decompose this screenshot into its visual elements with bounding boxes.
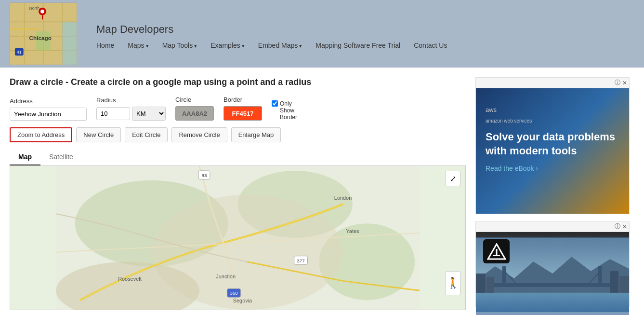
svg-rect-39: [490, 283, 615, 287]
svg-text:360: 360: [230, 290, 238, 296]
map-container: 83 377 360 London Yates Roosevelt Juncti…: [10, 165, 466, 310]
map-tabs: Map Satellite: [10, 149, 466, 165]
ad2-image: [476, 232, 629, 315]
svg-text:Yates: Yates: [346, 228, 359, 234]
site-header: Chicago 41 North Map Developers Home Map…: [0, 0, 644, 68]
svg-rect-44: [476, 274, 486, 293]
only-show-border-text: OnlyShowBorder: [280, 100, 297, 121]
svg-text:Junction: Junction: [216, 274, 236, 279]
ad-close-bar-1: ⓘ ✕: [476, 78, 629, 88]
aws-logo-text: aws: [486, 106, 497, 113]
main-content: Draw a circle - Create a circle on a goo…: [0, 68, 644, 315]
ad-close-icon-2[interactable]: ✕: [622, 223, 627, 230]
aws-tagline: amazon web services: [486, 118, 619, 123]
border-color-label: Border: [223, 96, 262, 103]
nav-examples[interactable]: Examples: [210, 41, 245, 49]
right-panel: ⓘ ✕ aws amazon web services Solve your d…: [475, 77, 634, 310]
aws-logo: aws: [486, 100, 619, 115]
nav-home[interactable]: Home: [96, 41, 114, 49]
tab-map[interactable]: Map: [10, 149, 40, 165]
enlarge-map-button[interactable]: Enlarge Map: [231, 127, 281, 142]
circle-color-box[interactable]: AAA8A2: [175, 106, 214, 121]
radius-label: Radius: [96, 96, 166, 104]
svg-text:377: 377: [297, 258, 305, 263]
ad-box-1: ⓘ ✕ aws amazon web services Solve your d…: [475, 77, 630, 214]
only-show-border-label[interactable]: OnlyShowBorder: [272, 100, 297, 121]
address-input[interactable]: [10, 108, 87, 121]
svg-text:Roosevelt: Roosevelt: [118, 276, 142, 282]
edit-circle-button[interactable]: Edit Circle: [125, 127, 168, 142]
circle-color-label: Circle: [175, 96, 214, 103]
svg-text:41: 41: [17, 50, 22, 55]
zoom-to-address-button[interactable]: Zoom to Address: [10, 127, 72, 142]
aws-headline: Solve your data problems with modern too…: [486, 130, 619, 158]
pegman-icon: 🚶: [447, 277, 460, 289]
svg-point-13: [40, 10, 44, 14]
controls-row: Address Radius KM Miles Circle AAA8A2 B: [10, 96, 466, 121]
chicago-map-thumbnail: Chicago 41 North: [10, 2, 77, 65]
radius-group: KM Miles: [96, 107, 166, 121]
nav-map-tools[interactable]: Map Tools: [162, 41, 197, 49]
header-title-area: Map Developers Home Maps Map Tools Examp…: [96, 18, 447, 49]
ad-close-icon-1[interactable]: ✕: [622, 80, 627, 86]
ad-close-bar-2: ⓘ ✕: [476, 221, 629, 232]
header-logo-area: Chicago 41 North: [10, 2, 77, 65]
page-title: Draw a circle - Create a circle on a goo…: [10, 77, 466, 87]
nav-embed-maps[interactable]: Embed Maps: [258, 41, 302, 49]
ad-info-icon-2[interactable]: ⓘ: [615, 222, 620, 231]
address-label: Address: [10, 97, 87, 105]
aws-ad-content: aws amazon web services Solve your data …: [476, 88, 629, 214]
unit-select[interactable]: KM Miles: [132, 107, 166, 121]
svg-rect-43: [598, 266, 602, 283]
map-fullscreen-button[interactable]: ⤢: [445, 171, 460, 186]
svg-rect-8: [62, 22, 77, 65]
border-color-box[interactable]: FF4517: [223, 106, 262, 121]
svg-text:Chicago: Chicago: [29, 35, 52, 41]
main-nav: Home Maps Map Tools Examples Embed Maps …: [96, 41, 447, 49]
fullscreen-icon: ⤢: [450, 174, 456, 183]
left-panel: Draw a circle - Create a circle on a goo…: [10, 77, 466, 310]
border-color-control: Border FF4517: [223, 96, 262, 121]
nav-contact-us[interactable]: Contact Us: [414, 41, 447, 49]
map-streetview-button[interactable]: 🚶: [445, 271, 460, 295]
svg-rect-46: [610, 271, 618, 293]
circle-color-control: Circle AAA8A2: [175, 96, 214, 121]
svg-text:London: London: [334, 195, 352, 201]
nav-maps[interactable]: Maps: [128, 41, 148, 49]
svg-rect-42: [502, 266, 506, 283]
only-show-border-control: OnlyShowBorder: [272, 100, 297, 121]
remove-circle-button[interactable]: Remove Circle: [171, 127, 227, 142]
new-circle-button[interactable]: New Circle: [76, 127, 121, 142]
aws-cta[interactable]: Read the eBook ›: [486, 164, 619, 172]
ad-box-2: ⓘ ✕: [475, 221, 630, 307]
buttons-row: Zoom to Address New Circle Edit Circle R…: [10, 127, 466, 142]
only-show-border-checkbox[interactable]: [272, 100, 278, 107]
radius-control: Radius KM Miles: [96, 96, 166, 121]
site-title: Map Developers: [96, 23, 447, 36]
tab-satellite[interactable]: Satellite: [40, 149, 82, 165]
svg-rect-47: [619, 276, 629, 293]
svg-rect-45: [486, 277, 494, 293]
address-control: Address: [10, 97, 87, 121]
svg-rect-38: [476, 293, 629, 312]
svg-text:83: 83: [201, 173, 207, 178]
svg-text:Segovia: Segovia: [233, 298, 252, 303]
ad2-logo: [483, 239, 510, 263]
radius-input[interactable]: [96, 107, 130, 120]
ad-info-icon-1[interactable]: ⓘ: [615, 79, 620, 87]
svg-text:North: North: [29, 6, 39, 11]
nav-mapping-software[interactable]: Mapping Software Free Trial: [315, 41, 400, 49]
